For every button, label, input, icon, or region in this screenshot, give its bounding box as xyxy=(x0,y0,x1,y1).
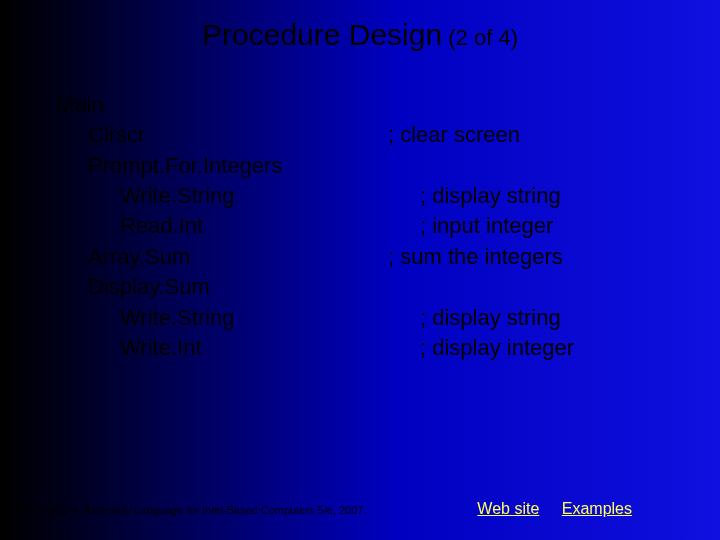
footer-links: Web site Examples xyxy=(477,500,650,518)
proc-name: Read.Int xyxy=(56,211,420,241)
code-comment: ; input integer xyxy=(420,211,553,241)
code-line: Main xyxy=(56,90,574,120)
code-comment: ; display integer xyxy=(420,333,574,363)
code-block: Main Clrscr; clear screen Prompt.For.Int… xyxy=(56,90,574,363)
proc-name: Write.String xyxy=(56,181,420,211)
code-line: Write.String; display string xyxy=(56,181,574,211)
title-sub: (2 of 4) xyxy=(442,25,518,50)
proc-name: Main xyxy=(56,90,356,120)
website-link[interactable]: Web site xyxy=(477,500,539,517)
code-comment: ; clear screen xyxy=(388,120,520,150)
slide-title: Procedure Design (2 of 4) xyxy=(0,18,720,52)
code-line: Prompt.For.Integers xyxy=(56,151,574,181)
code-line: Display.Sum xyxy=(56,272,574,302)
examples-link[interactable]: Examples xyxy=(562,500,632,517)
code-line: Write.Int; display integer xyxy=(56,333,574,363)
code-line: Array.Sum; sum the integers xyxy=(56,242,574,272)
footer-citation: Irvine, Kip R. Assembly Language for Int… xyxy=(18,504,367,516)
code-line: Clrscr; clear screen xyxy=(56,120,574,150)
code-comment: ; display string xyxy=(420,181,561,211)
code-line: Read.Int; input integer xyxy=(56,211,574,241)
code-comment: ; display string xyxy=(420,303,561,333)
proc-name: Clrscr xyxy=(56,120,388,150)
slide: Procedure Design (2 of 4) Main Clrscr; c… xyxy=(0,0,720,540)
proc-name: Write.Int xyxy=(56,333,420,363)
proc-name: Array.Sum xyxy=(56,242,388,272)
code-comment: ; sum the integers xyxy=(388,242,563,272)
title-main: Procedure Design xyxy=(202,18,442,51)
proc-name: Prompt.For.Integers xyxy=(56,151,388,181)
code-line: Write.String; display string xyxy=(56,303,574,333)
proc-name: Write.String xyxy=(56,303,420,333)
proc-name: Display.Sum xyxy=(56,272,388,302)
